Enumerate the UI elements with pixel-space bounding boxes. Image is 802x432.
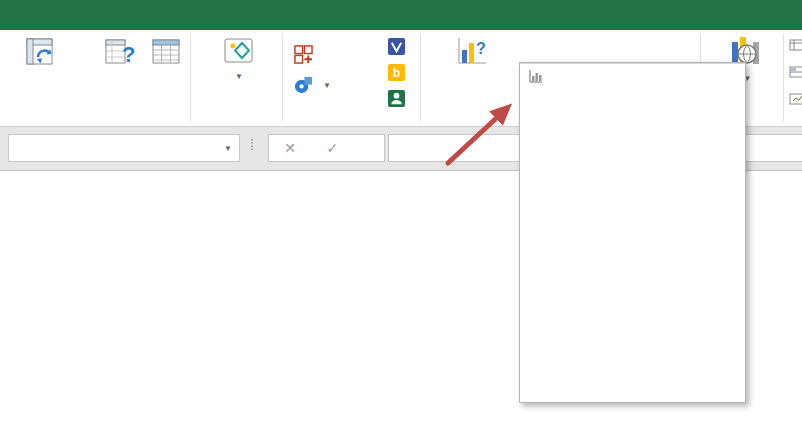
edge-tool-icon[interactable] [789, 38, 802, 56]
cancel-icon[interactable]: ✕ [284, 140, 296, 156]
recommended-pivottables-icon: ? [105, 36, 139, 69]
recommended-charts-icon: ? [456, 36, 488, 69]
pivottable-icon [25, 36, 55, 69]
more-column-charts-item[interactable] [520, 63, 745, 90]
table-icon [151, 36, 181, 69]
illustrations-button[interactable]: ▼ [198, 34, 280, 81]
more-charts-icon [529, 69, 543, 86]
addin-app-icons: b [388, 38, 405, 111]
dropdown-arrow-icon: ▼ [323, 82, 331, 90]
clipped-edge-buttons [789, 38, 802, 110]
chart-type-dropdown [519, 62, 746, 403]
group-separator [783, 34, 784, 122]
chevron-down-icon[interactable]: ▼ [224, 135, 232, 163]
ribbon-tab-bar [0, 0, 802, 30]
visio-icon[interactable] [388, 38, 405, 59]
people-graph-icon[interactable] [388, 90, 405, 111]
get-addins-icon [294, 45, 313, 67]
illustrations-icon [223, 36, 255, 69]
my-addins-button[interactable]: ▼ [294, 75, 331, 97]
edge-tool-icon[interactable] [789, 92, 802, 110]
name-box[interactable]: ▼ [8, 134, 240, 162]
enter-icon[interactable]: ✓ [326, 140, 338, 156]
group-separator [420, 34, 421, 122]
bing-icon[interactable]: b [388, 64, 405, 85]
group-separator [190, 34, 191, 122]
formula-bar-splitter[interactable]: ⁞ [250, 137, 252, 153]
svg-text:?: ? [476, 40, 486, 57]
dropdown-arrow-icon: ▼ [235, 73, 243, 81]
recommended-charts-button[interactable]: ? [428, 34, 516, 73]
table-button[interactable] [144, 34, 188, 73]
svg-text:b: b [393, 66, 401, 80]
formula-buttons: ✕ ✓ [268, 134, 385, 162]
edge-tool-icon[interactable] [789, 65, 802, 83]
get-addins-button[interactable] [294, 45, 318, 67]
pivottable-button[interactable] [4, 34, 76, 73]
my-addins-icon [294, 75, 313, 97]
group-separator [282, 34, 283, 122]
svg-text:?: ? [122, 42, 135, 66]
